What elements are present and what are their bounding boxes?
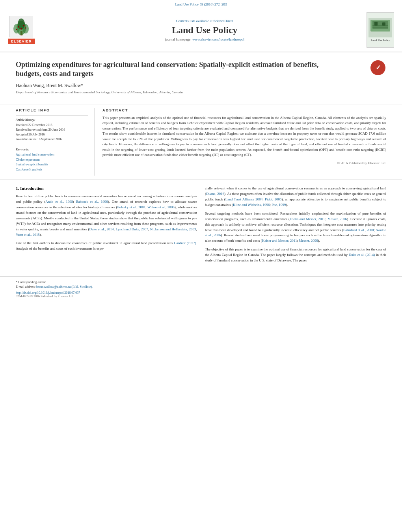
ref-babcock[interactable]: Babcock et al., 1996 bbox=[76, 200, 108, 204]
article-affiliation: Department of Resource Economics and Env… bbox=[16, 90, 365, 94]
keyword-4[interactable]: Cost-benefit analysis bbox=[16, 168, 42, 171]
citation-bar: Land Use Policy 59 (2016) 272–283 bbox=[0, 0, 402, 8]
ref-fooks[interactable]: Fooks and Messer, 2013 bbox=[290, 217, 326, 221]
cover-title-text: Land Use Policy bbox=[371, 39, 390, 42]
right-para-3: The objective of this paper is to examin… bbox=[205, 247, 386, 263]
homepage-line: journal homepage: www.elsevier.com/locat… bbox=[43, 37, 367, 41]
journal-cover-image: Land Use Policy bbox=[367, 12, 394, 48]
right-para-2: Several targeting methods have been cons… bbox=[205, 211, 386, 244]
ref-wilson[interactable]: Wilson et al., 2006 bbox=[147, 205, 175, 209]
accepted-date: Accepted 26 July 2016 bbox=[16, 132, 88, 137]
svg-text:✓: ✓ bbox=[376, 64, 381, 71]
ref-balmford[interactable]: Balmford et al., 2000 bbox=[343, 228, 374, 232]
left-body-column: 1. Introduction How to best utilize publ… bbox=[16, 186, 197, 267]
ref-poe[interactable]: Poe, 1999 bbox=[272, 203, 286, 207]
abstract-panel: ABSTRACT This paper presents an empirica… bbox=[102, 108, 386, 176]
ref-kaiser[interactable]: Kaiser and Messer, 2011 bbox=[262, 239, 297, 243]
article-title: Optimizing expenditures for agricultural… bbox=[16, 60, 339, 79]
intro-para-1: How to best utilize public funds to cons… bbox=[16, 194, 197, 238]
ref-duane[interactable]: Duane, 2016 bbox=[206, 192, 224, 196]
email-link[interactable]: brent.swallow@ualberta.ca (B.M. Swallow)… bbox=[36, 285, 93, 289]
crossmark-badge[interactable]: ✓ bbox=[370, 60, 386, 76]
ref-ando[interactable]: Ando et al., 1998 bbox=[45, 200, 73, 204]
ref-duke2014b[interactable]: Duke et al. (2014) bbox=[349, 253, 375, 257]
ref-duke2014[interactable]: Duke et al., 2014 bbox=[89, 227, 114, 231]
copyright-line: © 2016 Published by Elsevier Ltd. bbox=[102, 161, 386, 165]
keyword-3[interactable]: Spatially-explicit benefits bbox=[16, 163, 48, 166]
ref-lta[interactable]: Land Trust Alliance 2004 bbox=[225, 197, 263, 201]
crossmark-icon: ✓ bbox=[370, 60, 385, 75]
keywords-list: Agricultural land conservation Choice ex… bbox=[16, 152, 88, 172]
corresponding-author: * Corresponding author. bbox=[16, 280, 386, 285]
svg-point-6 bbox=[23, 25, 24, 26]
ref-pidot[interactable]: Pidot, 2005 bbox=[265, 197, 281, 201]
keyword-2[interactable]: Choice experiment bbox=[16, 158, 40, 161]
main-body: 1. Introduction How to best utilize publ… bbox=[0, 180, 402, 272]
sciencedirect-notice: Contents lists available at ScienceDirec… bbox=[43, 19, 367, 23]
history-label: Article history: bbox=[16, 118, 88, 122]
ref-lynch[interactable]: Lynch and Duke, 2007 bbox=[115, 227, 148, 231]
ref-nickerson[interactable]: Nickerson and Hellerstein, 2003 bbox=[150, 227, 196, 231]
right-body-column: cially relevant when it comes to the use… bbox=[205, 186, 386, 267]
journal-title: Land Use Policy bbox=[43, 25, 367, 35]
svg-point-8 bbox=[16, 29, 17, 30]
article-info-panel: ARTICLE INFO Article history: Received 2… bbox=[16, 108, 95, 176]
article-title-section: Optimizing expenditures for agricultural… bbox=[0, 52, 402, 104]
svg-point-4 bbox=[18, 19, 25, 30]
sciencedirect-link[interactable]: ScienceDirect bbox=[213, 19, 233, 23]
ref-messer2006b[interactable]: Messer, 2006 bbox=[299, 239, 318, 243]
svg-rect-15 bbox=[374, 22, 378, 26]
journal-center: Contents lists available at ScienceDirec… bbox=[43, 19, 367, 41]
ref-messer2006[interactable]: Messer, 2006 bbox=[328, 217, 347, 221]
doi-link[interactable]: http://dx.doi.org/10.1016/j.landusepol.2… bbox=[16, 291, 80, 295]
online-date: Available online 16 September 2016 bbox=[16, 137, 88, 142]
keyword-1[interactable]: Agricultural land conservation bbox=[16, 153, 54, 156]
issn-line: 0264-8377/© 2016 Published by Elsevier L… bbox=[16, 295, 386, 298]
elsevier-tree-image bbox=[9, 16, 33, 37]
svg-point-9 bbox=[25, 27, 26, 28]
keywords-section: Keywords: Agricultural land conservation… bbox=[16, 145, 88, 172]
intro-heading: 1. Introduction bbox=[16, 186, 197, 191]
article-history: Article history: Received 22 December 20… bbox=[16, 115, 88, 142]
ref-kline[interactable]: Kline and Wichelns, 1996 bbox=[233, 203, 270, 207]
elsevier-logo: ELSEVIER bbox=[8, 16, 35, 44]
svg-point-7 bbox=[20, 28, 22, 30]
svg-rect-16 bbox=[382, 22, 385, 26]
abstract-text: This paper presents an empirical analysi… bbox=[102, 115, 386, 158]
intro-para-2: One of the first authors to discuss the … bbox=[16, 241, 197, 252]
received-date: Received 22 December 2015 bbox=[16, 123, 88, 128]
ref-yuan[interactable]: Yuan et al., 2015 bbox=[16, 233, 40, 237]
elsevier-brand-text: ELSEVIER bbox=[8, 39, 35, 44]
info-abstract-section: ARTICLE INFO Article history: Received 2… bbox=[0, 104, 402, 180]
ref-polasky[interactable]: Polasky et al., 2001 bbox=[117, 205, 146, 209]
svg-point-5 bbox=[18, 26, 19, 28]
email-footnote: E-mail address: brent.swallow@ualberta.c… bbox=[16, 285, 386, 289]
homepage-url[interactable]: www.elsevier.com/locate/landusepol bbox=[192, 37, 244, 41]
doi-line: http://dx.doi.org/10.1016/j.landusepol.2… bbox=[16, 291, 386, 295]
abstract-heading: ABSTRACT bbox=[102, 108, 386, 112]
ref-gardner[interactable]: Gardner (1977) bbox=[174, 241, 196, 245]
article-info-heading: ARTICLE INFO bbox=[16, 108, 88, 112]
article-authors: Haoluan Wang, Brent M. Swallow* bbox=[16, 83, 365, 89]
revised-date: Received in revised form 20 June 2016 bbox=[16, 128, 88, 132]
footnote-area: * Corresponding author. E-mail address: … bbox=[0, 276, 402, 300]
journal-header: ELSEVIER Contents lists available at Sci… bbox=[0, 8, 402, 52]
citation-link[interactable]: Land Use Policy 59 (2016) 272–283 bbox=[175, 2, 227, 6]
right-para-1: cially relevant when it comes to the use… bbox=[205, 186, 386, 208]
keywords-label: Keywords: bbox=[16, 148, 88, 151]
